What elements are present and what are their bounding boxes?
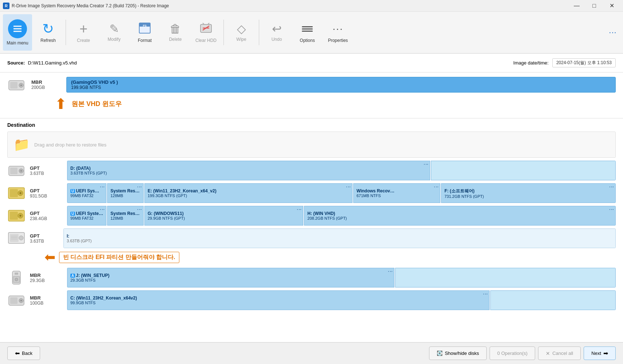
source-partition-name: (GamingOS VHD v5 ) <box>71 79 611 85</box>
destination-header: Destination <box>0 118 623 130</box>
disk3-part4[interactable]: H: (WIN VHD) 208.2GB NTFS (GPT) ⋮ <box>304 206 616 226</box>
disk3-partitions: UUEFI Syste… 99MB FAT32 ⋮ System Reserve… <box>67 206 616 226</box>
properties-button[interactable]: ··· Properties <box>323 14 353 51</box>
drop-zone[interactable]: 📁 Drag and drop here to restore files <box>7 132 616 158</box>
disk-row-1: GPT 3.63TB D: (DATA) 3.63TB NTFS (GPT) ⋮ <box>7 161 616 180</box>
properties-icon: ··· <box>332 22 343 36</box>
disk1-part1-detail: 3.63TB NTFS (GPT) <box>70 171 427 175</box>
back-button[interactable]: ⬅ Back <box>7 347 40 360</box>
disk4-annotation-text: 빈 디스크라 EFI 파티션 만들어줘야 합니다. <box>59 252 179 263</box>
disk2-part2-name: System Rese… <box>110 188 140 193</box>
operations-button[interactable]: 0 Operation(s) <box>490 347 535 360</box>
show-hide-label: Show/hide disks <box>445 351 479 356</box>
disk4-part1-detail: 3.63TB (GPT) <box>67 239 612 243</box>
disk6-part2[interactable] <box>490 290 616 310</box>
source-bar-left: Source: D:\W11.Gaming.v5.vhd <box>7 60 77 66</box>
source-partition-bar[interactable]: (GamingOS VHD v5 ) 199.9GB NTFS <box>66 77 616 93</box>
refresh-label: Refresh <box>40 38 56 43</box>
disk2-part5[interactable]: F: (소프트웨어) 731.2GB NTFS (GPT) ⋮ <box>441 183 616 203</box>
main-menu-button[interactable]: Main menu <box>3 14 32 51</box>
disk1-part1-name: D: (DATA) <box>70 166 427 171</box>
wipe-button[interactable]: ◇ Wipe <box>227 14 256 51</box>
create-icon: + <box>79 22 87 36</box>
disk2-part1[interactable]: UUEFI Sys… 99MB FAT32 ⋮ <box>67 183 106 203</box>
disk6-part1-name: C: (Win11_23H2_Korean_x64v2) <box>70 295 486 301</box>
source-partition-detail: 199.9GB NTFS <box>71 85 611 90</box>
title-bar: R R-Drive Image System Recovery Media Cr… <box>0 0 623 12</box>
disk-list[interactable]: 📁 Drag and drop here to restore files GP… <box>0 130 623 342</box>
disk3-part2[interactable]: System Reserve… 128MB ⋮ <box>107 206 144 226</box>
drop-zone-text: Drag and drop here to restore files <box>34 142 106 148</box>
disk4-part1[interactable]: I: 3.63TB (GPT) <box>63 228 616 248</box>
disk3-part1-name: UUEFI Syste… <box>70 211 103 216</box>
clear-hdd-button[interactable]: Clear HDD <box>191 14 221 51</box>
disk4-info: GPT 3.63TB <box>30 233 59 244</box>
disk1-icon <box>7 163 26 178</box>
create-label: Create <box>77 38 90 43</box>
disk5-partitions: AJ: (WIN_SETUP) 29.3GB NTFS ⋮ <box>67 268 616 287</box>
source-bar-right: Image date/time: 2024-07-15(월) 오후 1:10:5… <box>513 58 616 67</box>
disk5-part1[interactable]: AJ: (WIN_SETUP) 29.3GB NTFS ⋮ <box>67 268 394 287</box>
disk2-type: GPT <box>30 188 63 193</box>
options-button[interactable]: Options <box>293 14 322 51</box>
window-title: R-Drive Image System Recovery Media Crea… <box>12 3 169 8</box>
left-arrow-icon: ⬅ <box>44 250 55 265</box>
svg-rect-38 <box>10 297 17 304</box>
refresh-button[interactable]: ↻ Refresh <box>34 14 63 51</box>
disk-row-2: GPT 931.5GB UUEFI Sys… 99MB FAT32 ⋮ Syst… <box>7 183 616 203</box>
more-button[interactable]: ··· <box>606 14 620 51</box>
separator-1 <box>66 20 66 45</box>
disk2-part5-name: F: (소프트웨어) <box>444 188 612 194</box>
disk2-part4[interactable]: Windows Recov… 671MB NTFS ⋮ <box>353 183 440 203</box>
disk1-partitions: D: (DATA) 3.63TB NTFS (GPT) ⋮ <box>67 161 616 180</box>
svg-point-14 <box>20 85 22 86</box>
disk2-part2[interactable]: System Rese… 128MB ⋮ <box>107 183 144 203</box>
app-icon: R <box>3 3 9 9</box>
disk2-part4-detail: 671MB NTFS <box>357 193 437 198</box>
clear-hdd-icon <box>199 22 213 36</box>
dots-icon-3: ⋮ <box>346 184 351 189</box>
disk4-part1-name: I: <box>67 234 612 239</box>
modify-button[interactable]: ✎ Modify <box>100 14 129 51</box>
disk6-partitions: C: (Win11_23H2_Korean_x64v2) 99.9GB NTFS… <box>67 290 616 310</box>
svg-point-18 <box>20 170 22 172</box>
modify-icon: ✎ <box>109 23 119 35</box>
delete-button[interactable]: 🗑 Delete <box>161 14 190 51</box>
next-button[interactable]: Next ➡ <box>584 347 616 360</box>
disk6-size: 100GB <box>30 301 63 306</box>
disk4-annotation: ⬅ 빈 디스크라 EFI 파티션 만들어줘야 합니다. <box>44 250 616 265</box>
main-menu-label: Main menu <box>7 40 28 46</box>
disk3-part3[interactable]: G: (WINDOWS11) 29.9GB NTFS (GPT) ⋮ <box>144 206 303 226</box>
cancel-all-button[interactable]: ✕ Cancel all <box>538 347 581 360</box>
disk6-part1[interactable]: C: (Win11_23H2_Korean_x64v2) 99.9GB NTFS… <box>67 290 490 310</box>
main-content: MBR 200GB (GamingOS VHD v5 ) 199.9GB NTF… <box>0 73 623 342</box>
minimize-button[interactable]: — <box>568 0 585 12</box>
undo-button[interactable]: ↩ Undo <box>262 14 291 51</box>
dots-icon-4: ⋮ <box>609 207 615 212</box>
destination-section: Destination 📁 Drag and drop here to rest… <box>0 118 623 342</box>
more-icon: ··· <box>609 28 616 37</box>
disk2-part3-detail: 199.3GB NTFS (GPT) <box>148 193 349 198</box>
disk5-part2[interactable] <box>395 268 616 287</box>
svg-rect-34 <box>15 273 18 275</box>
disk6-part1-detail: 99.9GB NTFS <box>70 301 486 305</box>
close-button[interactable]: ✕ <box>603 0 620 12</box>
disk3-part4-detail: 208.2GB NTFS (GPT) <box>307 216 612 220</box>
show-hide-disks-button[interactable]: 💽 Show/hide disks <box>429 347 487 360</box>
disk3-part2-name: System Reserve… <box>110 211 140 216</box>
disk3-part1[interactable]: UUEFI Syste… 99MB FAT32 ⋮ <box>67 206 106 226</box>
separator-3 <box>259 20 259 45</box>
create-button[interactable]: + Create <box>69 14 98 51</box>
disk2-part3[interactable]: E: (Win11_23H2_Korean_x64_v2) 199.3GB NT… <box>144 183 353 203</box>
format-button[interactable]: FS Format <box>130 14 159 51</box>
svg-rect-16 <box>10 168 17 174</box>
disk2-part5-detail: 731.2GB NTFS (GPT) <box>444 194 612 199</box>
dots-icon: ⋮ <box>100 184 105 189</box>
disk1-part1[interactable]: D: (DATA) 3.63TB NTFS (GPT) ⋮ <box>67 161 430 180</box>
maximize-button[interactable]: □ <box>586 0 603 12</box>
disk1-part2[interactable] <box>431 161 616 180</box>
cancel-icon: ✕ <box>546 351 550 356</box>
delete-icon: 🗑 <box>170 23 181 35</box>
operations-label: 0 Operation(s) <box>497 351 527 356</box>
options-icon <box>302 22 313 36</box>
